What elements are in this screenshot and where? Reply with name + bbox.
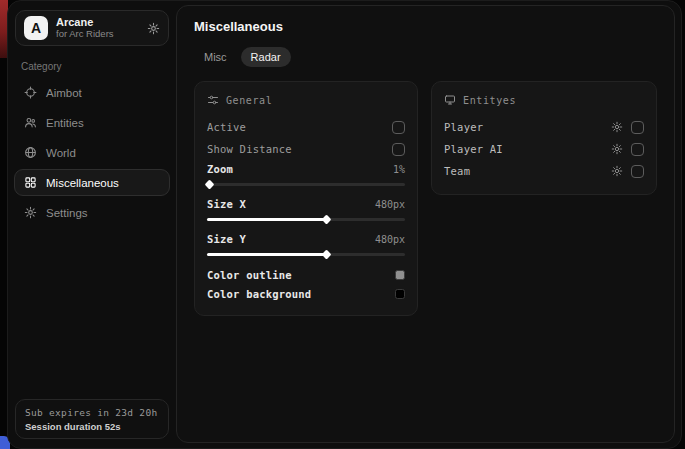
gear-icon <box>24 206 37 219</box>
general-card-header: General <box>207 94 405 106</box>
gear-icon[interactable] <box>611 121 623 133</box>
general-card-title: General <box>226 95 272 106</box>
sidebar-item-label: Aimbot <box>46 87 82 99</box>
show-distance-checkbox[interactable] <box>392 143 405 156</box>
player-checkbox[interactable] <box>631 121 644 134</box>
main-panel: Miscellaneous Misc Radar General Active <box>176 5 675 443</box>
sliders-icon <box>207 94 219 106</box>
active-checkbox[interactable] <box>392 121 405 134</box>
setting-row-size-y: Size Y 480px <box>207 230 405 256</box>
sidebar-item-aimbot[interactable]: Aimbot <box>14 79 170 106</box>
setting-row-active: Active <box>207 116 405 138</box>
setting-label: Show Distance <box>207 143 292 155</box>
sidebar-nav: Aimbot Entities World <box>13 79 171 226</box>
slider-thumb[interactable] <box>321 250 331 260</box>
size-x-value: 480px <box>375 199 405 210</box>
setting-label: Active <box>207 121 246 133</box>
setting-row-show-distance: Show Distance <box>207 138 405 160</box>
setting-row-color-background: Color background <box>207 284 405 303</box>
monitor-icon <box>444 94 456 106</box>
setting-row-zoom: Zoom 1% <box>207 160 405 186</box>
slider-thumb[interactable] <box>205 180 215 190</box>
sidebar-item-entities[interactable]: Entities <box>14 109 170 136</box>
app-window: A Arcane for Arc Riders Category <box>7 0 682 449</box>
users-icon <box>24 116 37 129</box>
tab-misc[interactable]: Misc <box>194 47 237 67</box>
size-x-slider[interactable] <box>207 218 405 221</box>
setting-label: Size Y <box>207 233 246 245</box>
setting-label: Color outline <box>207 269 292 281</box>
category-label: Category <box>21 61 163 72</box>
setting-label: Color background <box>207 288 311 300</box>
grid-icon <box>24 176 37 189</box>
slider-fill <box>207 253 326 256</box>
sidebar-item-label: Settings <box>46 207 88 219</box>
entity-row-team: Team <box>444 160 644 182</box>
sidebar-item-label: Miscellaneous <box>46 177 119 189</box>
size-y-slider[interactable] <box>207 253 405 256</box>
color-outline-swatch[interactable] <box>395 270 405 280</box>
setting-label: Zoom <box>207 163 233 175</box>
tab-bar: Misc Radar <box>194 47 657 67</box>
page-title: Miscellaneous <box>194 19 657 34</box>
app-header-card: A Arcane for Arc Riders <box>15 10 169 46</box>
gear-icon[interactable] <box>147 22 160 35</box>
sidebar-item-label: Entities <box>46 117 84 129</box>
gear-icon[interactable] <box>611 165 623 177</box>
globe-icon <box>24 146 37 159</box>
entities-card-title: Entityes <box>463 95 516 106</box>
sidebar: A Arcane for Arc Riders Category <box>8 1 176 448</box>
setting-row-color-outline: Color outline <box>207 265 405 284</box>
color-background-swatch[interactable] <box>395 289 405 299</box>
zoom-value: 1% <box>393 164 405 175</box>
sidebar-item-label: World <box>46 147 76 159</box>
size-y-value: 480px <box>375 234 405 245</box>
crosshair-icon <box>24 86 37 99</box>
slider-fill <box>207 218 326 221</box>
app-name: Arcane <box>56 16 139 29</box>
app-title-block: Arcane for Arc Riders <box>56 16 139 40</box>
zoom-slider[interactable] <box>207 183 405 186</box>
app-logo: A <box>24 16 48 40</box>
sidebar-item-miscellaneous[interactable]: Miscellaneous <box>14 169 170 196</box>
app-tagline: for Arc Riders <box>56 29 139 40</box>
sidebar-item-world[interactable]: World <box>14 139 170 166</box>
subscription-card: Sub expires in 23d 20h Session duration … <box>15 399 169 439</box>
team-checkbox[interactable] <box>631 165 644 178</box>
entity-label: Player AI <box>444 143 503 155</box>
entities-card-header: Entityes <box>444 94 644 106</box>
entity-row-player: Player <box>444 116 644 138</box>
entities-card: Entityes Player P <box>431 81 657 195</box>
setting-label: Size X <box>207 198 246 210</box>
player-ai-checkbox[interactable] <box>631 143 644 156</box>
sidebar-item-settings[interactable]: Settings <box>14 199 170 226</box>
gear-icon[interactable] <box>611 143 623 155</box>
setting-row-size-x: Size X 480px <box>207 195 405 221</box>
entity-label: Team <box>444 165 470 177</box>
tab-radar[interactable]: Radar <box>241 47 291 67</box>
cards-row: General Active Show Distance Zoom 1% <box>194 81 657 316</box>
entity-label: Player <box>444 121 483 133</box>
subscription-expires: Sub expires in 23d 20h <box>25 407 159 418</box>
entity-row-player-ai: Player AI <box>444 138 644 160</box>
general-card: General Active Show Distance Zoom 1% <box>194 81 418 316</box>
slider-thumb[interactable] <box>321 215 331 225</box>
session-duration: Session duration 52s <box>25 421 159 432</box>
